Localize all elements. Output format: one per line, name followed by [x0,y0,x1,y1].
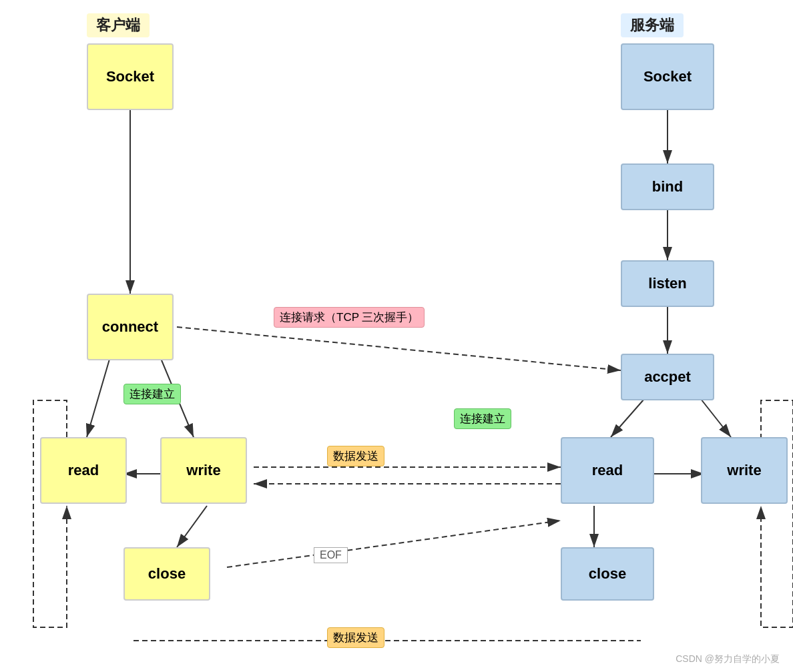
server-accept-node: accpet [621,354,714,400]
watermark: CSDN @努力自学的小夏 [676,653,780,665]
server-listen-node: listen [621,260,714,307]
connection-established-server-label: 连接建立 [454,408,511,429]
svg-line-17 [227,521,561,567]
server-title: 服务端 [621,13,684,37]
client-write-node: write [160,437,247,504]
svg-line-11 [701,399,731,437]
client-title: 客户端 [87,13,150,37]
data-send-bottom-label: 数据发送 [327,627,384,648]
client-connect-node: connect [87,294,174,360]
server-write-node: write [701,437,788,504]
svg-line-9 [87,357,110,437]
eof-label: EOF [314,547,348,563]
svg-line-10 [611,399,644,437]
client-close-node: close [123,547,210,601]
svg-line-16 [177,506,207,547]
server-read-node: read [561,437,654,504]
data-send-middle-label: 数据发送 [327,446,384,466]
server-close-node: close [561,547,654,601]
connection-request-label: 连接请求（TCP 三次握手） [274,307,425,328]
client-read-node: read [40,437,127,504]
diagram-container: 客户端 服务端 Socket connect read write close … [0,0,793,672]
connection-established-client-label: 连接建立 [123,384,181,404]
svg-line-7 [177,327,621,370]
server-bind-node: bind [621,163,714,210]
client-socket-node: Socket [87,43,174,110]
server-socket-node: Socket [621,43,714,110]
